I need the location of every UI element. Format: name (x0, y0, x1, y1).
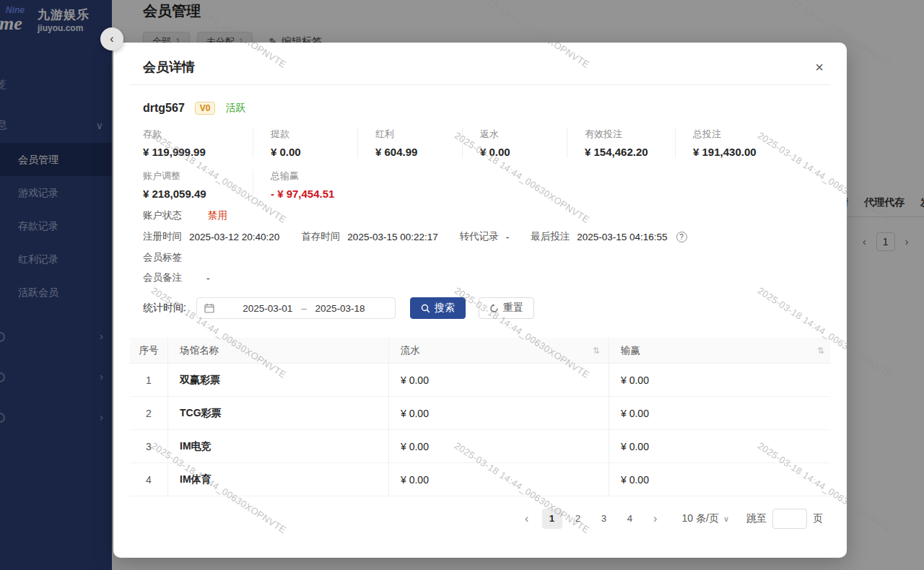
filter-label: 统计时间: (143, 302, 186, 315)
stat-withdrawal: 提款 ¥ 0.00 (253, 128, 357, 158)
statistics-filter-row: 统计时间: 2025-03-01 – 2025-03-18 搜索 重置 (143, 297, 534, 319)
last-bet-time: 最后投注 2025-03-15 04:16:55 ? (531, 230, 687, 243)
jump-to-label: 跳至 (746, 512, 767, 525)
page-button-4[interactable]: 4 (620, 509, 640, 529)
page-unit-label: 页 (813, 512, 823, 525)
agent-transfer-record: 转代记录 - (460, 230, 510, 243)
member-activity-status: 活跃 (225, 102, 245, 115)
col-venue: 场馆名称 (167, 338, 388, 363)
search-button[interactable]: 搜索 (410, 297, 466, 319)
date-end-value[interactable]: 2025-03-18 (315, 303, 365, 314)
member-remark-value: - (206, 273, 210, 284)
stat-account-adjustment: 账户调整 ¥ 218,059.49 (143, 170, 253, 200)
date-separator: – (301, 303, 307, 314)
page-size-select[interactable]: 10 条/页 ∨ (682, 512, 729, 525)
stat-valid-bets: 有效投注 ¥ 154,462.20 (567, 128, 675, 158)
sort-icon[interactable]: ⇅ (593, 346, 598, 356)
table-row: 3 IM电竞 ¥ 0.00 ¥ 0.00 (130, 430, 830, 463)
caret-down-icon: ∨ (723, 514, 729, 524)
member-times-row: 注册时间 2025-03-12 20:40:20 首存时间 2025-03-15… (143, 230, 687, 243)
jump-to-page-input[interactable] (772, 509, 807, 529)
stat-total-bets: 总投注 ¥ 191,430.00 (675, 128, 817, 158)
search-icon (421, 304, 430, 313)
col-winloss: 输赢 ⇅ (609, 338, 830, 363)
account-status-row: 账户状态 禁用 (143, 209, 227, 222)
stat-total-winloss: 总输赢 - ¥ 97,454.51 (253, 170, 357, 200)
modal-pagination: ‹ 1 2 3 4 › 10 条/页 ∨ 跳至 页 (518, 509, 823, 529)
member-detail-modal: 会员详情 × drtg567 V0 活跃 存款 ¥ 119,999.99 提款 … (113, 43, 847, 558)
reset-button[interactable]: 重置 (479, 297, 534, 319)
prev-page-icon[interactable]: ‹ (518, 509, 536, 529)
stat-rebate: 返水 ¥ 0.00 (462, 128, 567, 158)
app-root: Nine ame 九游娱乐 jiuyou.com 笼 息 ∨ 会员管理 游戏记录… (0, 0, 924, 570)
table-row: 1 双赢彩票 ¥ 0.00 ¥ 0.00 (130, 364, 830, 397)
modal-title: 会员详情 (143, 58, 195, 76)
first-deposit-time: 首存时间 2025-03-15 00:22:17 (301, 230, 437, 243)
table-header: 序号 场馆名称 流水 ⇅ 输赢 ⇅ (130, 338, 830, 364)
register-time: 注册时间 2025-03-12 20:40:20 (143, 230, 279, 243)
member-stats-grid: 存款 ¥ 119,999.99 提款 ¥ 0.00 红利 ¥ 604.99 返水… (143, 128, 817, 200)
sort-icon[interactable]: ⇅ (817, 346, 823, 356)
page-button-3[interactable]: 3 (594, 509, 614, 529)
next-page-icon[interactable]: › (646, 509, 665, 529)
page-button-1[interactable]: 1 (542, 509, 562, 529)
stat-deposit: 存款 ¥ 119,999.99 (143, 128, 253, 158)
table-row: 4 IM体育 ¥ 0.00 ¥ 0.00 (130, 463, 830, 496)
table-row: 2 TCG彩票 ¥ 0.00 ¥ 0.00 (130, 397, 830, 430)
close-icon[interactable]: × (809, 57, 829, 77)
account-status-value: 禁用 (208, 209, 227, 222)
stat-bonus: 红利 ¥ 604.99 (357, 128, 462, 158)
venue-stats-table: 序号 场馆名称 流水 ⇅ 输赢 ⇅ 1 双赢彩票 ¥ 0.00 ¥ 0.00 2 (130, 338, 830, 496)
chevron-left-icon: ‹ (110, 32, 113, 45)
col-index: 序号 (130, 344, 167, 357)
drawer-collapse-button[interactable]: ‹ (100, 27, 123, 51)
member-tags-row: 会员标签 (143, 251, 182, 264)
member-remark-row: 会员备注 - (143, 271, 210, 284)
col-turnover: 流水 ⇅ (388, 338, 609, 363)
page-button-2[interactable]: 2 (568, 509, 588, 529)
question-circle-icon[interactable]: ? (676, 232, 687, 242)
divider (130, 84, 830, 85)
calendar-icon (204, 303, 214, 313)
member-level-badge: V0 (195, 102, 216, 115)
reset-icon (489, 304, 499, 313)
date-start-value[interactable]: 2025-03-01 (243, 303, 292, 314)
member-username: drtg567 (143, 102, 185, 115)
date-range-picker[interactable]: 2025-03-01 – 2025-03-18 (196, 297, 396, 319)
